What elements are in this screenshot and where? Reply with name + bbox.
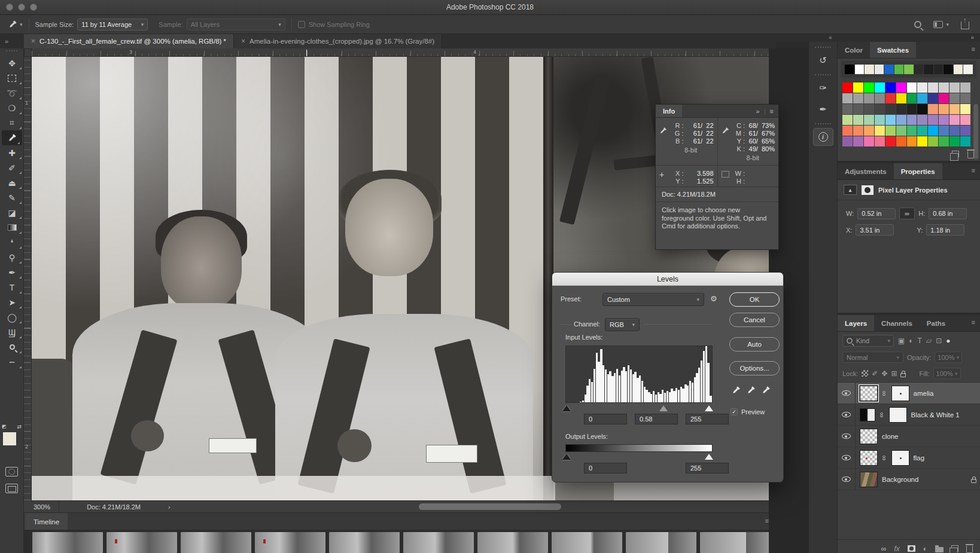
panel-grip[interactable] [815, 123, 831, 124]
layer-row-black-white-1[interactable]: ∞Black & White 1 [838, 404, 980, 426]
eye-icon[interactable] [842, 390, 851, 396]
filter-toggle-icon[interactable]: ● [946, 337, 950, 345]
swatch[interactable] [917, 104, 927, 114]
history-brush-tool[interactable]: ✎ [0, 190, 24, 205]
swatch[interactable] [864, 126, 874, 136]
dodge-tool[interactable]: ⚲ [0, 250, 24, 265]
swatch[interactable] [875, 83, 885, 93]
swatch[interactable] [907, 104, 917, 114]
black-point-eyedropper-icon[interactable] [732, 386, 741, 395]
tab-swatches[interactable]: Swatches [870, 42, 916, 58]
swatch[interactable] [842, 115, 853, 125]
recent-swatch[interactable] [845, 65, 854, 74]
panel-menu-icon[interactable]: ≡ [770, 108, 774, 115]
swatch[interactable] [928, 115, 938, 125]
swatch[interactable] [939, 104, 949, 114]
levels-dialog-titlebar[interactable]: Levels [552, 273, 783, 286]
lasso-tool[interactable]: ➰ [0, 85, 24, 100]
swatch[interactable] [949, 104, 960, 114]
visibility-cell[interactable] [838, 383, 856, 404]
swatch[interactable] [960, 104, 970, 114]
options-button[interactable]: Options... [729, 361, 780, 375]
new-swatch-icon[interactable] [952, 151, 959, 157]
visibility-cell[interactable] [838, 426, 856, 447]
visibility-cell[interactable] [838, 447, 856, 468]
ellipse-tool[interactable]: ◯ [0, 310, 24, 325]
zoom-window-button[interactable] [30, 4, 37, 11]
swatch[interactable] [960, 115, 970, 125]
recent-swatch[interactable] [954, 65, 963, 74]
auto-button[interactable]: Auto [729, 337, 780, 352]
swatch[interactable] [885, 126, 896, 136]
layer-row-amelia[interactable]: ∞amelia [838, 383, 980, 404]
ok-button[interactable]: OK [729, 292, 780, 307]
recent-swatch[interactable] [914, 65, 924, 74]
timeline-frame-thumb[interactable] [477, 532, 548, 553]
tab-info[interactable]: Info [656, 105, 682, 117]
new-group-icon[interactable] [935, 547, 944, 552]
gradient-tool[interactable] [0, 220, 24, 235]
timeline-frame-thumb[interactable] [626, 532, 696, 553]
more-tools[interactable]: ••• [0, 355, 24, 369]
swatch[interactable] [928, 93, 938, 103]
swatch[interactable] [917, 93, 927, 103]
gray-point-eyedropper-icon[interactable] [747, 386, 756, 395]
layer-mask-link-icon[interactable]: ∞ [878, 412, 886, 417]
tab-timeline[interactable]: Timeline [25, 513, 68, 530]
move-tool[interactable]: ✥ [0, 56, 24, 71]
swatch[interactable] [917, 83, 927, 93]
swatch[interactable] [864, 104, 874, 114]
hand-tool[interactable]: Ϣ [0, 325, 24, 340]
width-field[interactable]: 0.52 in [857, 208, 896, 219]
swatch[interactable] [928, 136, 938, 146]
swatch[interactable] [853, 104, 863, 114]
swatch[interactable] [949, 83, 960, 93]
rectangular-marquee-tool[interactable] [0, 71, 24, 85]
swatch[interactable] [939, 83, 949, 93]
x-field[interactable]: 3.51 in [856, 224, 894, 236]
swatch[interactable] [907, 136, 917, 146]
toolbar-grip[interactable] [6, 50, 17, 54]
info-panel-header[interactable]: Info » | ≡ [656, 105, 778, 118]
swatch[interactable] [896, 104, 906, 114]
swatch[interactable] [864, 136, 874, 146]
eye-icon[interactable] [842, 455, 851, 460]
swatch[interactable] [885, 104, 896, 114]
channel-dropdown[interactable]: RGB ▾ [605, 318, 640, 331]
add-layer-mask-icon[interactable] [908, 545, 915, 552]
gear-icon[interactable]: ⚙ [710, 294, 717, 303]
default-colors-icon[interactable]: ◩ [2, 424, 7, 429]
layer-mask-link-icon[interactable]: ∞ [880, 390, 888, 396]
swatch[interactable] [885, 83, 896, 93]
quick-mask-button[interactable] [5, 467, 18, 476]
swatch[interactable] [875, 126, 885, 136]
recent-swatch[interactable] [865, 65, 874, 74]
swatch[interactable] [885, 115, 896, 125]
layer-mask-link-icon[interactable]: ∞ [880, 455, 888, 460]
swatch[interactable] [853, 115, 863, 125]
recent-swatch[interactable] [934, 65, 944, 74]
vertical-ruler[interactable]: 1 2 [24, 57, 32, 500]
cancel-button[interactable]: Cancel [729, 313, 780, 327]
input-highlight-field[interactable]: 255 [686, 414, 729, 424]
timeline-frame-thumb[interactable] [255, 532, 325, 553]
foreground-color-chip[interactable] [3, 432, 16, 445]
eye-icon[interactable] [842, 476, 851, 482]
panel-collapse-icon[interactable]: » [756, 108, 760, 115]
swatch[interactable] [939, 115, 949, 125]
timeline-frame-thumb[interactable] [552, 532, 622, 553]
visibility-cell[interactable] [838, 469, 856, 490]
link-dimensions-icon[interactable]: ∞ [899, 207, 915, 219]
eyedropper-tool[interactable] [2, 130, 22, 145]
output-highlight-field[interactable]: 255 [686, 463, 729, 473]
preview-checkbox[interactable]: ✓ [731, 408, 738, 415]
mask-properties-icon[interactable] [862, 185, 874, 195]
panel-grip[interactable] [815, 47, 831, 48]
swatch[interactable] [896, 136, 906, 146]
preset-dropdown[interactable]: Custom ▾ [602, 293, 704, 306]
zoom-tool[interactable] [0, 340, 24, 355]
input-highlight-slider[interactable] [705, 405, 713, 411]
swatch[interactable] [960, 136, 970, 146]
input-gamma-field[interactable]: 0.58 [635, 414, 678, 424]
layer-thumbnail[interactable] [860, 472, 878, 487]
